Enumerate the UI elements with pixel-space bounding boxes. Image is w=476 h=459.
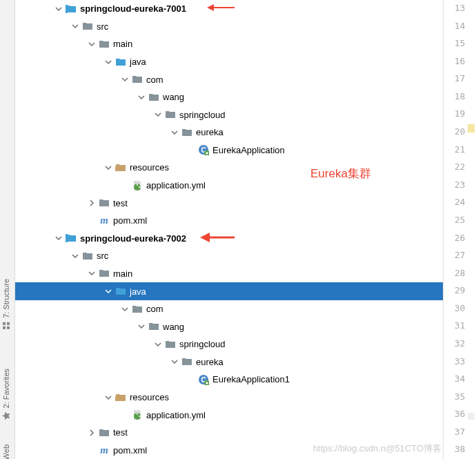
- chevron-down-icon[interactable]: [70, 251, 80, 261]
- line-number: 18: [444, 88, 476, 106]
- folder-pkg-icon: [181, 127, 192, 138]
- chevron-down-icon[interactable]: [137, 322, 146, 331]
- indent: [15, 115, 153, 115]
- folder-res-icon: [115, 392, 126, 403]
- arrow-annotation: [186, 231, 235, 246]
- tree-row[interactable]: com: [15, 70, 443, 88]
- arrow-annotation: [186, 3, 235, 14]
- file-yml-icon: [132, 409, 143, 420]
- tree-row[interactable]: main: [15, 35, 443, 53]
- chevron-down-icon[interactable]: [54, 233, 63, 243]
- tree-row[interactable]: application.yml: [15, 406, 443, 424]
- tree-label: springcloud-eureka-7002: [80, 233, 186, 244]
- indent: [15, 150, 186, 150]
- indent: [15, 255, 70, 256]
- tree-row[interactable]: CEurekaApplication: [15, 141, 443, 159]
- chevron-down-icon[interactable]: [170, 128, 179, 137]
- structure-icon: [2, 322, 10, 330]
- svg-rect-3: [7, 322, 10, 325]
- chevron-down-icon[interactable]: [103, 57, 113, 67]
- tree-row[interactable]: mpom.xml: [15, 212, 443, 230]
- chevron-down-icon[interactable]: [120, 304, 130, 314]
- chevron-down-icon[interactable]: [103, 393, 113, 402]
- folder-blue-icon: [115, 57, 126, 68]
- svg-point-21: [186, 361, 189, 364]
- indent: [15, 220, 87, 221]
- line-number: 33: [444, 353, 476, 371]
- annotation-cluster-label: Eureka集群: [310, 166, 371, 182]
- chevron-down-icon[interactable]: [103, 286, 113, 296]
- chevron-down-icon[interactable]: [54, 4, 63, 14]
- chevron-down-icon[interactable]: [120, 75, 130, 84]
- tool-window-bar: 7: Structure 2: Favorites Web: [0, 0, 15, 459]
- tree-label: main: [113, 39, 132, 49]
- line-number: 19: [444, 106, 476, 124]
- tree-row[interactable]: test: [15, 194, 443, 212]
- chevron-down-icon[interactable]: [153, 110, 163, 119]
- tab-web[interactable]: Web: [0, 435, 12, 459]
- line-number: 21: [444, 141, 476, 159]
- tree-row[interactable]: java: [15, 282, 443, 300]
- tree-row[interactable]: wang: [15, 88, 443, 106]
- line-number: 22: [444, 159, 476, 177]
- chevron-down-icon[interactable]: [137, 92, 146, 102]
- svg-rect-2: [7, 326, 10, 329]
- line-number: 27: [444, 247, 476, 265]
- tree-row[interactable]: springcloud-eureka-7001: [15, 0, 443, 18]
- tree-label: springcloud-eureka-7001: [80, 3, 186, 14]
- folder-module-icon: [66, 233, 77, 244]
- indent: [15, 362, 170, 362]
- tree-row[interactable]: eureka: [15, 124, 443, 141]
- folder-pkg-icon: [132, 74, 143, 85]
- tree-label: springcloud: [179, 110, 226, 120]
- indent: [15, 79, 120, 80]
- chevron-down-icon[interactable]: [153, 340, 163, 349]
- tab-favorites[interactable]: 2: Favorites: [0, 359, 12, 429]
- tree-label: src: [97, 21, 108, 32]
- tree-label: application.yml: [146, 410, 206, 420]
- indent: [15, 432, 87, 433]
- tree-row[interactable]: springcloud: [15, 106, 443, 124]
- tree-row[interactable]: mpom.xml: [15, 441, 443, 459]
- folder-pkg-icon: [165, 339, 176, 350]
- tree-row[interactable]: resources: [15, 389, 443, 407]
- tab-structure[interactable]: 7: Structure: [0, 269, 12, 340]
- svg-point-9: [186, 131, 189, 135]
- folder-closed-icon: [82, 21, 93, 32]
- line-number: 30: [444, 300, 476, 318]
- chevron-right-icon[interactable]: [87, 428, 97, 438]
- tree-row[interactable]: CEurekaApplication1: [15, 371, 443, 389]
- indent: [15, 203, 87, 204]
- indent: [15, 132, 170, 133]
- tree-row[interactable]: eureka: [15, 353, 443, 371]
- tree-row[interactable]: wang: [15, 318, 443, 335]
- chevron-none: [186, 145, 196, 155]
- chevron-down-icon[interactable]: [170, 357, 179, 367]
- chevron-down-icon[interactable]: [87, 268, 97, 278]
- project-tree[interactable]: springcloud-eureka-7001srcmainjavacomwan…: [15, 0, 443, 459]
- tree-row[interactable]: application.yml: [15, 177, 443, 195]
- tree-row[interactable]: resources: [15, 159, 443, 177]
- chevron-down-icon[interactable]: [70, 21, 80, 31]
- tree-row[interactable]: java: [15, 53, 443, 71]
- chevron-none: [87, 445, 97, 455]
- tree-row[interactable]: springcloud: [15, 335, 443, 353]
- tree-row[interactable]: src: [15, 247, 443, 265]
- chevron-right-icon[interactable]: [87, 198, 97, 208]
- tree-row[interactable]: com: [15, 300, 443, 318]
- svg-point-6: [136, 79, 139, 82]
- svg-point-7: [152, 96, 156, 99]
- tree-row[interactable]: main: [15, 265, 443, 283]
- chevron-down-icon[interactable]: [87, 39, 97, 49]
- tree-row[interactable]: springcloud-eureka-7002: [15, 230, 443, 248]
- indent: [15, 291, 103, 292]
- file-yml-icon: [132, 180, 143, 191]
- line-number: 32: [444, 335, 476, 353]
- tree-row[interactable]: src: [15, 18, 443, 36]
- indent: [15, 26, 70, 27]
- chevron-down-icon[interactable]: [103, 163, 113, 173]
- tree-label: EurekaApplication: [212, 145, 285, 155]
- folder-pkg-icon: [132, 304, 143, 315]
- tree-row[interactable]: test: [15, 424, 443, 442]
- chevron-none: [120, 410, 130, 420]
